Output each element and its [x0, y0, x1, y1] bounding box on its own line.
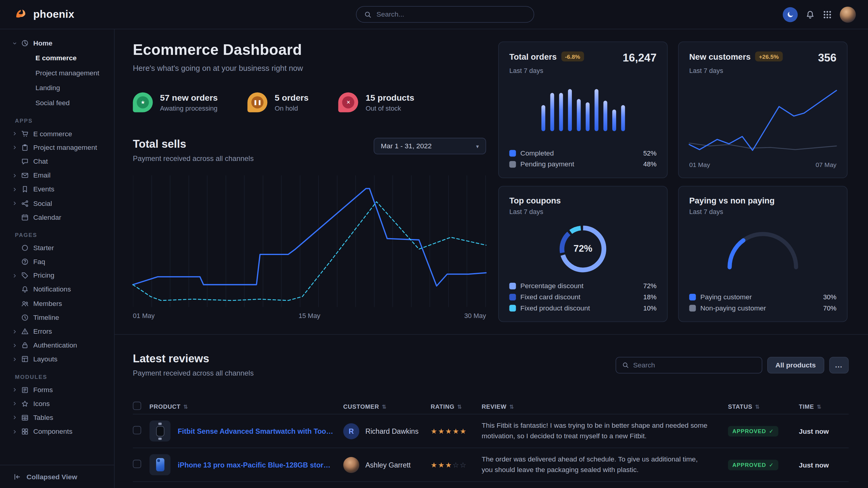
lock-icon	[21, 341, 30, 349]
order-bar	[612, 110, 616, 131]
row-checkbox[interactable]	[133, 459, 142, 468]
chevron-down-icon: ▾	[476, 143, 478, 149]
column-header-label: PRODUCT	[150, 403, 181, 410]
row-checkbox-cell	[133, 426, 150, 436]
sidebar-item-faq[interactable]: Faq	[0, 255, 114, 268]
nine-dots-grid-icon[interactable]	[823, 10, 832, 19]
row-checkbox[interactable]	[133, 426, 142, 434]
select-all-checkbox[interactable]	[133, 401, 142, 410]
product-link[interactable]: Fitbit Sense Advanced Smartwatch with To…	[178, 427, 333, 435]
theme-toggle-button[interactable]	[783, 7, 798, 22]
legend-label: Fixed product discount	[520, 304, 590, 312]
rating-cell: ★★★☆☆	[431, 461, 482, 469]
search-icon	[622, 361, 628, 368]
reviews-search[interactable]	[615, 357, 762, 373]
sidebar-item-authentication[interactable]: Authentication	[0, 338, 114, 352]
column-header-label: TIME	[799, 403, 814, 410]
legend-value: 18%	[643, 293, 657, 301]
navbar-search-input[interactable]	[376, 10, 526, 19]
sidebar-item-timeline[interactable]: Timeline	[0, 311, 114, 324]
column-header-time[interactable]: TIME⇅	[799, 403, 849, 410]
star-rating-empty: ☆☆	[453, 461, 467, 469]
legend-label: Pending payment	[520, 160, 574, 168]
legend-row: Paying customer30%	[689, 293, 836, 301]
paying-gauge-svg	[721, 226, 804, 271]
gauge-value-arc	[730, 234, 796, 267]
sidebar-item-starter[interactable]: Starter	[0, 241, 114, 255]
customer-avatar	[343, 457, 359, 473]
sidebar-item-calendar[interactable]: Calendar	[0, 210, 114, 224]
sidebar-item-project-management[interactable]: Project management	[0, 141, 114, 155]
legend-label-wrap: Fixed product discount	[509, 304, 590, 312]
sidebar-item-home[interactable]: Home	[0, 36, 114, 50]
navbar-actions	[783, 6, 856, 22]
collapsed-view-toggle[interactable]: Collapsed View	[0, 465, 114, 488]
review-text: This Fitbit is fantastic! I was trying t…	[482, 421, 709, 441]
sidebar-item-tables[interactable]: Tables	[0, 411, 114, 425]
tag-icon	[21, 272, 30, 280]
column-header-status[interactable]: STATUS⇅	[728, 403, 799, 410]
sidebar-item-e-commerce[interactable]: E commerce	[0, 50, 114, 65]
phoenix-logo-icon	[14, 7, 28, 22]
new-customers-card: New customers +26.5% 356 Last 7 days 01 …	[678, 42, 847, 178]
total-sells-title: Total sells	[133, 138, 254, 151]
legend-label-wrap: Fixed card discount	[509, 293, 581, 301]
product-image	[156, 458, 164, 471]
column-header-product[interactable]: PRODUCT⇅	[150, 403, 343, 410]
total-sells-header: Total sells Payment received across all …	[133, 138, 486, 163]
sidebar-item-chat[interactable]: Chat	[0, 155, 114, 168]
sort-icon: ⇅	[382, 403, 386, 410]
column-header-review[interactable]: REVIEW⇅	[482, 403, 728, 410]
sidebar-item-project-management[interactable]: Project management	[0, 65, 114, 80]
user-avatar[interactable]	[840, 6, 856, 22]
reviews-search-input[interactable]	[633, 361, 755, 369]
sidebar-item-members[interactable]: Members	[0, 297, 114, 311]
sidebar-item-landing[interactable]: Landing	[0, 80, 114, 95]
components-icon	[21, 428, 30, 435]
chevron-right-icon	[12, 357, 17, 362]
sidebar-item-label: Chat	[33, 158, 48, 165]
sidebar-item-email[interactable]: Email	[0, 168, 114, 182]
sidebar-item-social-feed[interactable]: Social feed	[0, 95, 114, 110]
stat-item: ✕15 productsOut of stock	[338, 93, 414, 112]
sidebar-item-layouts[interactable]: Layouts	[0, 352, 114, 366]
reviews-table-body: Fitbit Sense Advanced Smartwatch with To…	[133, 414, 849, 488]
stats-row: ★57 new ordersAwating processing❚❚5 orde…	[133, 93, 486, 112]
column-header-customer[interactable]: CUSTOMER⇅	[343, 403, 431, 410]
sidebar-item-components[interactable]: Components	[0, 425, 114, 438]
alert-icon	[21, 328, 30, 335]
sidebar-item-forms[interactable]: Forms	[0, 383, 114, 397]
sort-icon: ⇅	[457, 403, 462, 410]
all-products-button[interactable]: All products	[767, 357, 824, 373]
brand[interactable]: phoenix	[14, 7, 74, 22]
sidebar-item-notifications[interactable]: Notifications	[0, 283, 114, 297]
change-badge: +26.5%	[755, 52, 783, 62]
more-options-button[interactable]: ...	[829, 357, 849, 373]
notifications-bell-icon[interactable]	[806, 10, 815, 19]
chevron-right-icon	[12, 273, 17, 278]
sidebar-item-e-commerce[interactable]: E commerce	[0, 127, 114, 140]
top-coupons-legend: Percentage discount72%Fixed card discoun…	[509, 282, 657, 312]
time-text: Just now	[799, 428, 829, 435]
product-link[interactable]: iPhone 13 pro max-Pacific Blue-128GB sto…	[178, 461, 333, 469]
sidebar-item-icons[interactable]: Icons	[0, 397, 114, 411]
date-range-select[interactable]: Mar 1 - 31, 2022 ▾	[374, 138, 486, 154]
sidebar-item-social[interactable]: Social	[0, 196, 114, 210]
legend-swatch	[509, 283, 516, 289]
legend-swatch	[509, 305, 516, 312]
sidebar-item-pricing[interactable]: Pricing	[0, 268, 114, 283]
stat-item: ★57 new ordersAwating processing	[133, 93, 218, 112]
column-header-rating[interactable]: RATING⇅	[431, 403, 482, 410]
sidebar-item-events[interactable]: Events	[0, 182, 114, 196]
sort-icon: ⇅	[755, 403, 760, 410]
sidebar-item-errors[interactable]: Errors	[0, 324, 114, 338]
navbar-search[interactable]	[356, 6, 534, 23]
chart-line-current-period	[689, 90, 836, 151]
review-cell: This Fitbit is fantastic! I was trying t…	[482, 421, 728, 441]
help-icon	[21, 258, 30, 266]
sidebar-item-label: Events	[33, 186, 54, 194]
legend-value: 10%	[643, 304, 657, 312]
sidebar-item-label: Email	[33, 171, 50, 180]
sort-icon: ⇅	[509, 403, 514, 410]
customer-avatar: R	[343, 423, 359, 439]
